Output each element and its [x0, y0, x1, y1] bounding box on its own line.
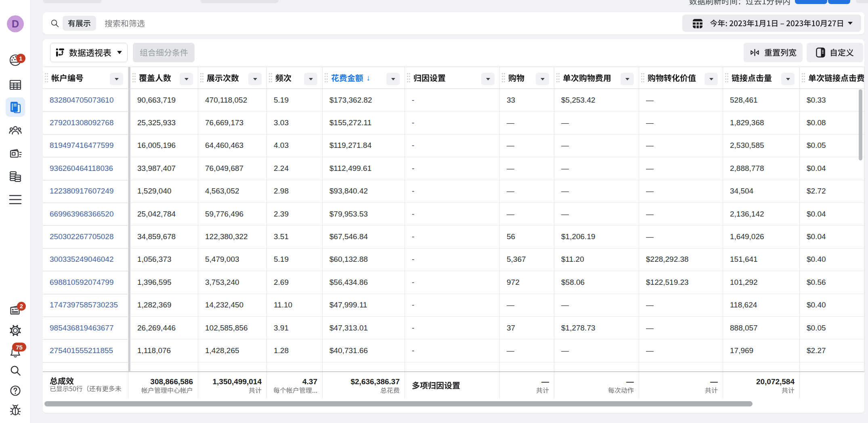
- report-table-card: 数据透视表组合细分条件重置列宽自定义帐户编号覆盖人数展示次数频次花费金额↓归因设…: [43, 39, 864, 413]
- sidebar-item-notifications[interactable]: 75: [0, 344, 31, 360]
- column-header-cpc[interactable]: 单次链接点击费用: [800, 67, 864, 88]
- news-badge: 2: [17, 302, 26, 311]
- column-drag-handle[interactable]: [200, 73, 203, 82]
- sidebar-item-bug-report[interactable]: [0, 402, 31, 418]
- column-menu-button[interactable]: [621, 73, 634, 85]
- column-header-cost_per_purchase[interactable]: 单次购物费用: [554, 67, 639, 88]
- column-menu-button[interactable]: [180, 73, 193, 85]
- primary-action-button[interactable]: [795, 0, 827, 4]
- cell-spend: $40,731.66: [323, 339, 405, 362]
- cell-frequency: 5.19: [267, 89, 323, 112]
- secondary-action-button[interactable]: [828, 0, 850, 4]
- sidebar: D1275: [0, 0, 31, 423]
- cell-frequency: 3.03: [267, 112, 323, 134]
- column-menu-button[interactable]: [386, 73, 400, 85]
- column-drag-handle[interactable]: [325, 73, 328, 82]
- column-header-account_id[interactable]: 帐户编号: [43, 67, 128, 88]
- sidebar-item-help[interactable]: [0, 383, 31, 399]
- cell-attribution: -: [405, 317, 500, 339]
- column-header-reach[interactable]: 覆盖人数: [130, 67, 198, 88]
- sidebar-item-audiences[interactable]: [0, 122, 31, 139]
- column-drag-handle[interactable]: [556, 73, 560, 82]
- account-link[interactable]: 275401555211855: [43, 339, 128, 362]
- account-link[interactable]: 300335249046042: [43, 248, 128, 271]
- column-menu-button[interactable]: [110, 73, 123, 85]
- cell-frequency: 2.39: [267, 203, 323, 225]
- total-impressions: 1,350,499,014共计: [198, 372, 267, 398]
- reach-value: 25,325,933: [137, 118, 176, 127]
- cost_per_purchase-value: $1,278.73: [561, 324, 595, 333]
- reach-value: 1,529,040: [137, 187, 172, 196]
- spend-value: $155,272.11: [329, 118, 371, 127]
- cell-purchases_value: —: [639, 339, 723, 362]
- column-drag-handle[interactable]: [725, 73, 728, 82]
- column-header-purchases_value[interactable]: 购物转化价值: [639, 67, 723, 88]
- account-link[interactable]: 985436819463677: [43, 317, 128, 339]
- column-menu-button[interactable]: [304, 73, 317, 85]
- sidebar-item-campaigns-table[interactable]: [0, 77, 31, 93]
- sidebar-item-reports[interactable]: [6, 97, 25, 117]
- column-menu-button[interactable]: [781, 73, 795, 85]
- reach-value: 1,396,595: [137, 278, 172, 287]
- sidebar-item-overview[interactable]: 1: [0, 52, 31, 68]
- date-range-button[interactable]: 今年: 2023年1月1日 – 2023年10月27日: [682, 15, 861, 32]
- column-drag-handle[interactable]: [132, 73, 136, 82]
- column-header-attribution[interactable]: 归因设置: [405, 67, 500, 88]
- filter-chip-delivery[interactable]: 有展示: [63, 16, 96, 31]
- column-drag-handle[interactable]: [641, 73, 644, 82]
- account-link[interactable]: 832804705073610: [43, 89, 128, 112]
- reach-value: 34,859,678: [137, 232, 176, 241]
- top-tab-mid[interactable]: [200, 0, 279, 3]
- attribution-value: -: [412, 141, 414, 150]
- cell-impressions: 76,669,173: [198, 112, 267, 134]
- purchases-value: —: [507, 210, 514, 219]
- account-link[interactable]: 1747397585730235: [43, 294, 128, 317]
- top-tab-left[interactable]: [43, 0, 102, 3]
- account-link[interactable]: 122380917607249: [43, 180, 128, 203]
- horizontal-scrollbar-thumb[interactable]: [44, 401, 753, 406]
- chevron-down-icon: [625, 78, 629, 80]
- sidebar-item-news[interactable]: 2: [0, 302, 31, 318]
- sidebar-item-billing[interactable]: [0, 168, 31, 185]
- column-drag-handle[interactable]: [407, 73, 410, 82]
- top-tab-right[interactable]: [855, 0, 868, 3]
- account-link[interactable]: 936260464118036: [43, 157, 128, 180]
- column-header-impressions[interactable]: 展示次数: [198, 67, 267, 88]
- column-drag-handle[interactable]: [269, 73, 272, 82]
- account-link[interactable]: 250302267705028: [43, 225, 128, 248]
- chevron-down-icon: [786, 78, 790, 80]
- sidebar-item-all-tools[interactable]: [0, 192, 31, 208]
- breakdown-button-label-glyphs: [140, 48, 188, 57]
- account-link[interactable]: 819497416477599: [43, 135, 128, 157]
- column-drag-handle[interactable]: [45, 73, 48, 82]
- vertical-scrollbar-thumb[interactable]: [859, 89, 862, 160]
- column-drag-handle[interactable]: [802, 73, 805, 82]
- reset-column-width-button[interactable]: 重置列宽: [744, 43, 803, 62]
- sidebar-item-settings[interactable]: [0, 322, 31, 339]
- column-header-frequency[interactable]: 频次: [267, 67, 323, 88]
- search-bar[interactable]: 有展示搜索和筛选今年: 2023年1月1日 – 2023年10月27日: [43, 12, 864, 34]
- avatar[interactable]: D: [7, 15, 24, 32]
- column-menu-button[interactable]: [481, 73, 495, 85]
- cell-purchases: —: [500, 112, 554, 134]
- impressions-value: 122,380,322: [205, 232, 248, 241]
- sidebar-item-ads-catalog[interactable]: [0, 145, 31, 162]
- column-header-link_clicks[interactable]: 链接点击量: [723, 67, 800, 88]
- column-menu-button[interactable]: [536, 73, 549, 85]
- total-attribution-label-glyphs: [412, 381, 460, 389]
- customize-button[interactable]: 自定义: [807, 43, 863, 62]
- sidebar-item-search[interactable]: [0, 362, 31, 379]
- cell-attribution: -: [405, 225, 500, 248]
- cell-purchases_value: —: [639, 180, 723, 203]
- breakdown-button[interactable]: 组合细分条件: [133, 43, 195, 62]
- pivot-table-button[interactable]: 数据透视表: [50, 43, 128, 62]
- column-header-spend[interactable]: 花费金额↓: [323, 67, 405, 88]
- column-header-purchases[interactable]: 购物: [500, 67, 554, 88]
- column-menu-button[interactable]: [704, 73, 718, 85]
- account_id-value: 669963968366520: [50, 210, 114, 219]
- column-drag-handle[interactable]: [502, 73, 505, 82]
- account-link[interactable]: 698810592074799: [43, 271, 128, 294]
- account-link[interactable]: 279201308092768: [43, 112, 128, 134]
- column-menu-button[interactable]: [248, 73, 262, 85]
- account-link[interactable]: 669963968366520: [43, 203, 128, 225]
